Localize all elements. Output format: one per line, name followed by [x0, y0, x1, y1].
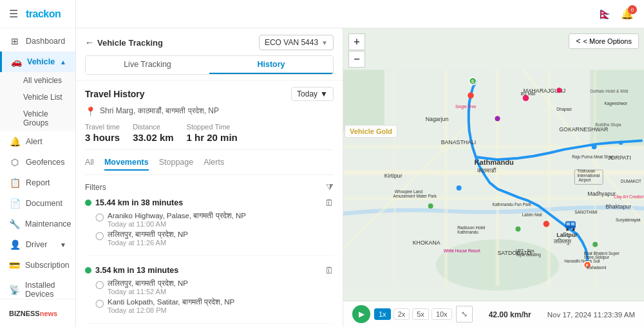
topbar-right: 🇳🇵 🔔 0: [598, 7, 634, 21]
circle-icon-2b: ◯: [95, 299, 104, 308]
geofences-icon: ⬡: [9, 157, 21, 167]
movement-header-2: 3.54 km in 13 minutes 🗓: [85, 265, 334, 276]
back-row: ← Vehicle Tracking ECO VAN 5443 ▼: [85, 35, 334, 50]
date-filter-button[interactable]: Today ▼: [291, 87, 334, 101]
document-icon: 📄: [9, 198, 21, 209]
stop-info-2b: Kanti Lokpath, Satitar, बागमती प्रदेश, N…: [108, 298, 334, 314]
sidebar-item-dashboard[interactable]: ⊞ Dashboard: [0, 31, 75, 51]
main-content: 🇳🇵 🔔 0 ← Vehicle Tracking ECO VAN 5443 ▼: [76, 0, 644, 327]
sidebar-item-geofences[interactable]: ⬡ Geofences: [0, 152, 75, 173]
sidebar-item-report[interactable]: 📋 Report: [0, 173, 75, 193]
chevron-down-icon-3: ▼: [321, 39, 328, 46]
tab-live-tracking[interactable]: Live Tracking: [86, 56, 209, 74]
more-options-button[interactable]: < < More Options: [569, 33, 639, 49]
filters-label: Filters: [85, 183, 106, 192]
svg-point-34: [457, 185, 462, 191]
svg-rect-2: [590, 70, 644, 147]
tracking-tabs: Live Tracking History: [85, 55, 334, 75]
svg-text:Buddha Stupa: Buddha Stupa: [595, 122, 621, 127]
map-datetime-display: Nov 17, 2024 11:23:39 AM: [547, 310, 635, 319]
zoom-in-button[interactable]: +: [348, 33, 365, 50]
filter-tab-all[interactable]: All: [85, 158, 94, 171]
map-bottom-bar: ▶ 1x 2x 5x 10x ⤡ 42.00 km/hr Nov 17, 202…: [343, 301, 644, 327]
stat-distance: Distance 33.02 km: [133, 123, 173, 143]
vehicle-gold-badge: Vehicle Gold: [345, 125, 397, 138]
speed-options: 1x 2x 5x 10x: [374, 308, 452, 320]
filter-tab-stoppage[interactable]: Stoppage: [159, 158, 194, 171]
calendar-icon-2[interactable]: 🗓: [325, 265, 334, 276]
section-title: Travel History: [85, 89, 145, 99]
speed-10x[interactable]: 10x: [431, 308, 452, 320]
logo-area: ☰ trackon: [0, 0, 75, 28]
svg-point-37: [592, 242, 598, 247]
devices-icon: 📡: [9, 285, 20, 295]
svg-text:Raju Purna Meat Shop: Raju Purna Meat Shop: [572, 154, 614, 160]
hamburger-icon[interactable]: ☰: [9, 8, 18, 20]
dashboard-icon: ⊞: [9, 36, 21, 46]
speed-5x[interactable]: 5x: [412, 308, 429, 320]
svg-text:Single Tree: Single Tree: [455, 104, 477, 109]
svg-text:DUMAKOT: DUMAKOT: [621, 179, 641, 183]
sidebar-item-installed-devices[interactable]: 📡 Installed Devices: [0, 276, 75, 299]
sidebar-item-document[interactable]: 📄 Document: [0, 193, 75, 214]
filter-tab-alerts[interactable]: Alerts: [204, 158, 224, 171]
svg-text:Mahalaxmi: Mahalaxmi: [587, 265, 607, 270]
filter-tab-movements[interactable]: Movements: [104, 158, 149, 171]
movement-stops-1: ◯ Araniko Highway, Palase, बागमती प्रदेश…: [95, 212, 334, 247]
map-area: Kathmandu काठमाडौं Lalitpur ललितपुर JORP…: [343, 28, 644, 327]
speed-1x[interactable]: 1x: [374, 308, 391, 320]
filter-row: Filters ⧩: [85, 182, 334, 192]
calendar-icon-1[interactable]: 🗓: [325, 198, 334, 208]
topbar: 🇳🇵 🔔 0: [76, 0, 644, 28]
back-button[interactable]: ← Vehicle Tracking: [85, 37, 163, 48]
sidebar-label-devices: Installed Devices: [25, 281, 66, 299]
stop-item-2a: ◯ ललितपुर, बागमती प्रदेश, NP Today at 11…: [95, 279, 334, 295]
driver-icon: 👤: [9, 239, 21, 250]
svg-text:Amusement Water Park: Amusement Water Park: [393, 194, 437, 198]
vehicle-select-value: ECO VAN 5443: [265, 38, 318, 47]
sidebar-label-vehicle: Vehicle: [27, 57, 55, 66]
svg-text:Topik Building: Topik Building: [515, 252, 541, 257]
sidebar-item-vehicle-list[interactable]: Vehicle List: [0, 89, 75, 106]
expand-button[interactable]: ⤡: [456, 306, 473, 322]
map-svg: Kathmandu काठमाडौं Lalitpur ललितपुर JORP…: [343, 28, 644, 327]
vehicle-list-label: Vehicle List: [23, 93, 62, 102]
stop-info-2a: ललितपुर, बागमती प्रदेश, NP Today at 11:5…: [108, 279, 334, 295]
panel-title: Vehicle Tracking: [97, 38, 163, 48]
stat-value-distance: 33.02 km: [133, 132, 173, 143]
stop-item-1b: ◯ ललितपुर, बागमती प्रदेश, NP Today at 11…: [95, 230, 334, 247]
zoom-out-button[interactable]: −: [348, 51, 365, 68]
sidebar-item-all-vehicles[interactable]: All vehicles: [0, 72, 75, 89]
play-button[interactable]: ▶: [352, 305, 370, 323]
alert-icon: 🔔: [9, 136, 21, 147]
svg-text:International: International: [577, 173, 600, 178]
tab-history[interactable]: History: [209, 56, 333, 74]
sidebar-label-alert: Alert: [26, 137, 43, 146]
sidebar-item-maintenance[interactable]: 🔧 Maintenance ▼: [0, 214, 75, 234]
sidebar-label-document: Document: [26, 199, 62, 208]
notification-badge: 0: [628, 5, 637, 14]
notification-button[interactable]: 🔔 0: [621, 8, 634, 20]
svg-text:Dhapasi: Dhapasi: [556, 107, 571, 112]
sidebar-label-geofences: Geofences: [26, 158, 64, 167]
playback-controls: ▶ 1x 2x 5x 10x ⤡: [352, 305, 473, 323]
speed-2x[interactable]: 2x: [393, 308, 410, 320]
sidebar-item-driver[interactable]: 👤 Driver ▼: [0, 234, 75, 255]
svg-text:Tribhuvan: Tribhuvan: [577, 169, 596, 173]
sidebar-label-maintenance: Maintenance: [25, 220, 71, 229]
sidebar-item-vehicle[interactable]: 🚗 Vehicle ▲: [0, 51, 75, 72]
stop-time-2b: Today at 12:08 PM: [108, 306, 334, 314]
filter-icon[interactable]: ⧩: [326, 182, 334, 192]
sidebar-item-subscription[interactable]: 💳 Subscription: [0, 255, 75, 276]
sidebar-bottom: BIZNESSnews: [0, 299, 75, 327]
movement-item-2: 3.54 km in 13 minutes 🗓 ◯ ललितपुर, बागमत…: [85, 265, 334, 324]
all-vehicles-label: All vehicles: [23, 76, 62, 85]
sidebar-item-vehicle-groups[interactable]: Vehicle Groups: [0, 106, 75, 131]
svg-text:ललितपुर: ललितपुर: [553, 238, 571, 245]
sidebar-item-alert[interactable]: 🔔 Alert: [0, 131, 75, 152]
stop-item-2b: ◯ Kanti Lokpath, Satitar, बागमती प्रदेश,…: [95, 298, 334, 314]
vehicle-selector[interactable]: ECO VAN 5443 ▼: [259, 35, 334, 50]
stats-row: Travel time 3 hours Distance 33.02 km St…: [85, 123, 334, 150]
svg-point-33: [619, 141, 623, 145]
chevron-left-icon: <: [576, 37, 580, 46]
